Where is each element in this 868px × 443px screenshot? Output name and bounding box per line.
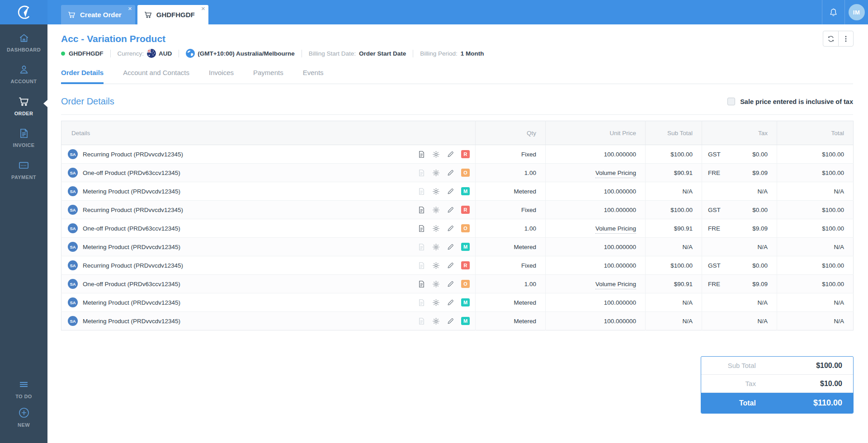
tab-payments[interactable]: Payments [253,69,283,84]
unit-price-cell: 100.000000 [546,145,646,164]
note-icon[interactable] [418,151,425,158]
product-type-badge: O [461,169,470,177]
unit-price-cell: 100.000000 [546,293,646,312]
sidebar-item-label: ORDER [14,111,33,116]
tab-events[interactable]: Events [303,69,324,84]
sidebar-item-label: DASHBOARD [7,47,41,52]
settings-icon[interactable] [432,206,440,214]
note-icon[interactable] [418,169,425,177]
details-cell: SA One-off Product (PRDv63ccv12345) [61,219,476,238]
seller-badge: SA [68,242,78,252]
settings-icon[interactable] [432,317,440,325]
main-content: Acc - Variation Product GHDFHGDF Currenc… [47,24,868,443]
details-cell: SA Metering Product (PRDvvcdv12345) [61,293,476,312]
note-icon[interactable] [418,299,425,306]
edit-icon[interactable] [447,262,454,269]
tax-code: GST [708,262,721,269]
sidebar-item-dashboard[interactable]: DASHBOARD [0,32,47,52]
unit-price-cell: 100.000000 [546,238,646,256]
bell-icon [828,7,839,18]
app-logo[interactable] [0,0,47,24]
billing-start-label: Billing Start Date: [309,50,356,57]
total-cell: N/A [777,312,854,330]
details-cell: SA One-off Product (PRDv63ccv12345) [61,275,476,293]
tax-code: FRE [708,281,720,287]
tab-order-details[interactable]: Order Details [61,69,104,84]
settings-icon[interactable] [432,188,440,195]
tax-amount: $0.00 [752,207,768,213]
note-icon[interactable] [418,280,425,288]
more-options-button[interactable] [838,31,853,46]
tax-cell: N/A [702,238,777,256]
edit-icon[interactable] [447,169,454,177]
sidebar-item-label: ACCOUNT [11,79,37,84]
sidebar-item-invoice[interactable]: INVOICE [0,127,47,148]
unit-price-cell: 100.000000 [546,182,646,201]
note-icon[interactable] [418,243,425,251]
note-icon[interactable] [418,206,425,214]
product-type-badge: M [461,317,470,325]
refresh-button[interactable] [823,31,838,46]
edit-icon[interactable] [447,243,454,251]
edit-icon[interactable] [447,206,454,214]
cart-icon [67,10,76,19]
note-icon[interactable] [418,225,425,232]
edit-icon[interactable] [447,188,454,195]
qty-cell: Metered [476,312,546,330]
product-name: Recurring Product (PRDvvcdv12345) [83,207,183,213]
divider [413,50,413,57]
tax-label: Tax [701,380,756,387]
globe-icon [186,49,195,58]
settings-icon[interactable] [432,280,440,288]
sidebar-item-todo[interactable]: TO DO [0,378,47,399]
tax-inclusive-checkbox[interactable] [727,98,735,105]
avatar[interactable]: IM [849,4,865,20]
sidebar-item-new[interactable]: NEW [0,406,47,428]
order-items-table: Details Qty Unit Price Sub Total Tax Tot… [61,121,854,330]
tax-amount: $0.00 [752,262,768,269]
sidebar-item-payment[interactable]: PAYMENT [0,159,47,180]
notifications-button[interactable] [822,0,844,24]
logo-icon [15,4,33,21]
note-icon[interactable] [418,317,425,325]
edit-icon[interactable] [447,151,454,158]
tab-invoices[interactable]: Invoices [209,69,234,84]
tab-account-and-contacts[interactable]: Account and Contacts [123,69,189,84]
edit-icon[interactable] [447,225,454,232]
order-summary: Sub Total $100.00 Tax $10.00 Total $110.… [701,356,854,414]
tab-ghdfhgdf[interactable]: GHDFHGDF × [137,5,208,24]
invoice-icon [18,127,30,139]
settings-icon[interactable] [432,243,440,251]
tax-cell: FRE $9.09 [702,164,777,182]
total-cell: $100.00 [777,201,854,219]
qty-cell: Metered [476,238,546,256]
product-name: Metering Product (PRDvvcdv12345) [83,299,180,306]
total-cell: $100.00 [777,145,854,164]
sub-total-cell: N/A [646,293,702,312]
divider [179,50,179,57]
edit-icon[interactable] [447,280,454,288]
summary-subtotal-row: Sub Total $100.00 [701,357,853,375]
avatar-zone: IM [844,0,868,24]
section-header: Order Details Sale price entered is incl… [61,96,853,107]
sidebar-item-order[interactable]: ORDER [0,95,47,116]
settings-icon[interactable] [432,225,440,232]
tax-cell: GST $0.00 [702,201,777,219]
settings-icon[interactable] [432,299,440,306]
note-icon[interactable] [418,188,425,195]
sub-total-cell: $90.91 [646,219,702,238]
settings-icon[interactable] [432,262,440,269]
tax-amount: $9.09 [752,225,768,232]
unit-price-cell: 100.000000 [546,312,646,330]
edit-icon[interactable] [447,299,454,306]
close-icon[interactable]: × [201,5,205,12]
tab-create-order[interactable]: Create Order × [61,5,135,24]
sidebar-item-account[interactable]: ACCOUNT [0,64,47,84]
close-icon[interactable]: × [128,5,132,12]
edit-icon[interactable] [447,317,454,325]
settings-icon[interactable] [432,169,440,177]
settings-icon[interactable] [432,151,440,158]
note-icon[interactable] [418,262,425,269]
order-meta: GHDFHGDF Currency: [61,49,853,58]
tax-amount: N/A [757,318,768,325]
